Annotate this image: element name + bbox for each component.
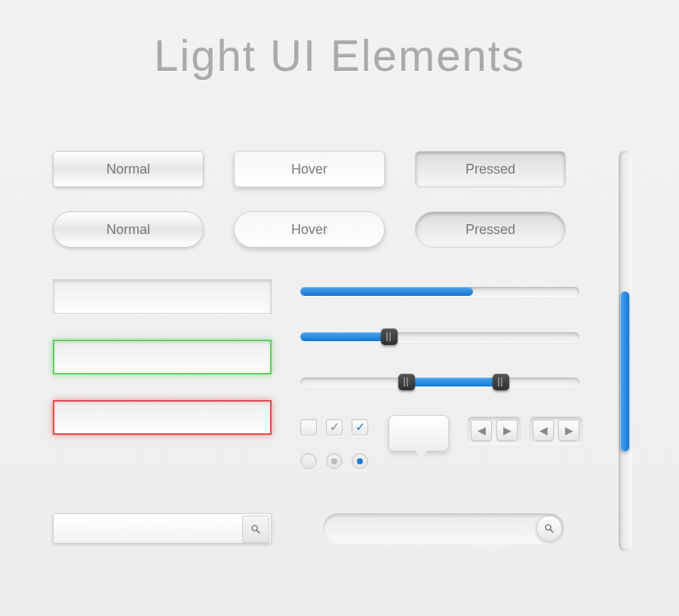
arrow-left-button[interactable]: ◀ [471,420,492,441]
search-button[interactable] [536,516,562,541]
button-pill-normal[interactable]: Normal [53,211,204,248]
radio-checked-grey[interactable] [326,453,343,470]
radio-checked-accent[interactable] [352,453,368,470]
checkbox-unchecked[interactable] [300,419,317,436]
button-label: Hover [291,162,327,177]
chevron-right-icon: ▶ [565,424,573,436]
radio-dot [331,458,337,464]
button-rect-hover[interactable]: Hover [234,151,385,187]
ui-kit-canvas: Light UI Elements Normal Hover Pressed N… [0,0,679,616]
radio-dot [357,458,363,464]
tooltip [389,415,449,451]
button-label: Normal [106,222,150,238]
page-title: Light UI Elements [0,30,679,81]
scrollbar-track[interactable] [619,151,631,551]
range-fill [407,377,502,387]
check-icon: ✓ [355,421,365,433]
range-handle-low[interactable] [398,374,415,390]
button-rect-pressed[interactable]: Pressed [415,151,566,187]
slider-handle[interactable] [381,328,398,345]
search-icon [250,524,261,534]
arrow-right-button[interactable]: ▶ [558,420,579,441]
button-label: Normal [106,162,150,177]
scrollbar-thumb[interactable] [620,291,629,451]
svg-line-3 [550,529,553,532]
button-label: Hover [291,222,327,238]
search-box-pill[interactable] [323,513,564,544]
range-track[interactable] [300,377,579,387]
check-icon: ✓ [330,421,340,433]
chevron-left-icon: ◀ [478,424,486,436]
arrow-left-button[interactable]: ◀ [533,420,554,441]
search-button[interactable] [242,516,269,543]
text-input-default[interactable] [53,279,272,314]
chevron-right-icon: ▶ [503,424,512,436]
svg-line-1 [257,530,260,533]
button-pill-pressed[interactable]: Pressed [415,211,566,248]
radio-unchecked[interactable] [300,453,317,470]
checkbox-checked-grey[interactable]: ✓ [326,419,343,436]
progress-fill [300,287,473,296]
range-handle-high[interactable] [493,374,509,390]
arrow-right-button[interactable]: ▶ [496,420,518,441]
progress-track [300,287,579,296]
search-box-rect[interactable] [53,513,272,544]
button-label: Pressed [465,162,515,177]
checkbox-checked-accent[interactable]: ✓ [352,419,368,436]
text-input-error[interactable] [53,400,272,435]
text-input-valid[interactable] [53,340,272,374]
slider-track[interactable] [300,332,579,341]
button-pill-hover[interactable]: Hover [234,211,385,248]
button-rect-normal[interactable]: Normal [53,151,204,187]
slider-fill [300,332,389,341]
chevron-left-icon: ◀ [539,424,548,436]
button-label: Pressed [465,222,515,238]
search-icon [544,523,555,534]
